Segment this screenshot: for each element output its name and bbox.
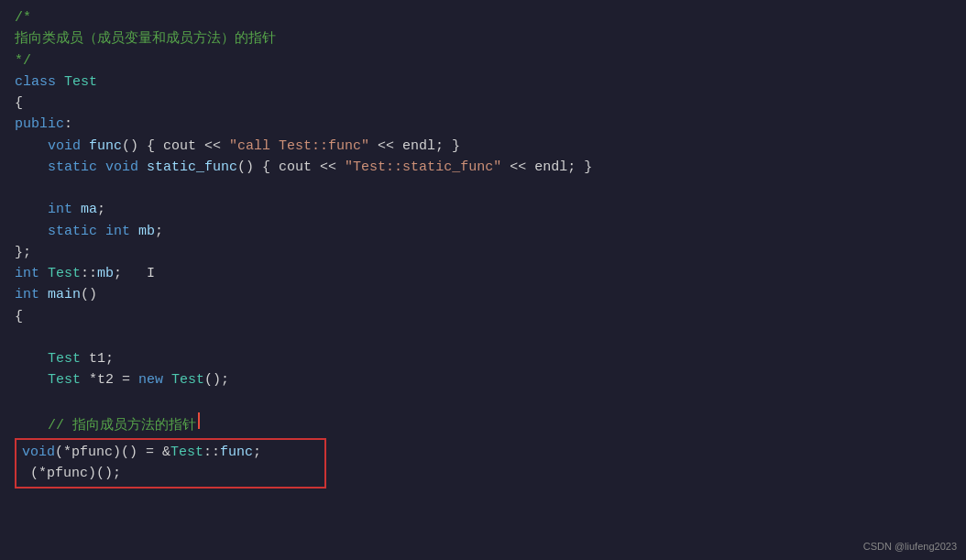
line-test-t2: Test *t2 = new Test (); [15, 369, 951, 390]
line-int-ma: int ma ; [15, 199, 951, 220]
line-brace-close-semi: }; [15, 242, 951, 263]
line-blank3 [15, 391, 951, 412]
line-public: public: [15, 114, 951, 135]
line-blank1 [15, 178, 951, 199]
line-main-brace-open: { [15, 306, 951, 327]
line-test-t1: Test t1; [15, 348, 951, 369]
line-comment-open: /* [15, 7, 951, 28]
watermark: CSDN @liufeng2023 [863, 539, 957, 555]
text-cursor [198, 412, 200, 429]
line-comment-method: // 指向成员方法的指针 [15, 412, 951, 436]
code-editor: /* 指向类成员（成员变量和成员方法）的指针 */ class Test { p… [0, 0, 966, 560]
line-pfunc-call: (*pfunc)(); [22, 463, 319, 484]
line-static-int-mb: static int mb ; [15, 221, 951, 242]
line-brace-open: { [15, 93, 951, 114]
line-blank2 [15, 327, 951, 348]
line-class-decl: class Test [15, 71, 951, 93]
highlighted-code-block: void ( *pfunc)() = & Test :: func ; (*pf… [15, 438, 326, 489]
line-static-func-decl: static void static_func () { cout << "Te… [15, 157, 951, 178]
line-comment-chinese: 指向类成员（成员变量和成员方法）的指针 [15, 28, 951, 49]
line-pfunc-assign: void ( *pfunc)() = & Test :: func ; [22, 442, 319, 463]
line-func-decl: void func () { cout << "call Test::func"… [15, 136, 951, 157]
line-int-main: int main () [15, 284, 951, 305]
line-int-test-mb: int Test :: mb ; I [15, 263, 951, 284]
line-comment-close: */ [15, 50, 951, 71]
